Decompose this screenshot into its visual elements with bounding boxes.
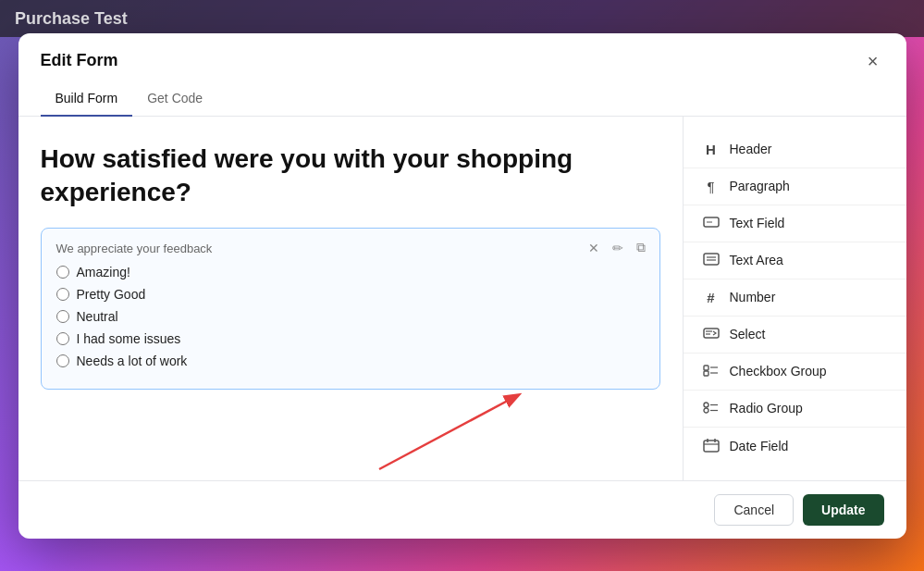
toolbar-item-header[interactable]: H Header	[684, 131, 906, 168]
svg-line-1	[379, 395, 518, 469]
arrow-pointer	[370, 377, 536, 480]
form-heading: How satisfied were you with your shoppin…	[41, 143, 660, 210]
svg-rect-12	[704, 371, 708, 376]
toolbar-item-number[interactable]: # Number	[684, 279, 906, 317]
radio-option-4: I had some issues	[56, 331, 645, 346]
update-button[interactable]: Update	[803, 494, 883, 526]
modal-body: How satisfied were you with your shoppin…	[18, 117, 906, 480]
toolbar-item-label-select: Select	[730, 327, 766, 341]
radio-input-1[interactable]	[56, 266, 69, 279]
close-button[interactable]: ×	[862, 50, 884, 72]
radio-input-3[interactable]	[56, 310, 69, 323]
modal-overlay: Edit Form × Build Form Get Code How sati…	[0, 0, 924, 571]
toolbar-item-select[interactable]: Select	[684, 317, 906, 354]
tabs-bar: Build Form Get Code	[18, 81, 906, 117]
toolbar-item-text-field[interactable]: Text Field	[684, 205, 906, 242]
toolbar-item-label-date-field: Date Field	[730, 439, 789, 453]
copy-button[interactable]: ⧉	[632, 238, 650, 257]
edit-button[interactable]: ✏	[608, 238, 628, 257]
delete-button[interactable]: ✕	[584, 238, 604, 257]
toolbar-item-text-area[interactable]: Text Area	[684, 242, 906, 279]
text-field-icon	[702, 216, 721, 231]
toolbar-item-label-checkbox-group: Checkbox Group	[730, 364, 827, 379]
svg-point-16	[704, 408, 708, 413]
form-area: How satisfied were you with your shoppin…	[18, 117, 683, 480]
modal-footer: Cancel Update	[18, 480, 906, 539]
select-icon	[702, 327, 721, 342]
svg-point-14	[704, 403, 708, 407]
radio-option-1: Amazing!	[56, 265, 645, 279]
toolbar-item-checkbox-group[interactable]: Checkbox Group	[684, 354, 906, 391]
radio-option-2: Pretty Good	[56, 287, 645, 302]
modal-title: Edit Form	[41, 51, 118, 70]
radio-group-icon	[702, 401, 721, 416]
svg-rect-10	[704, 366, 708, 370]
toolbar-item-label-paragraph: Paragraph	[730, 179, 790, 193]
paragraph-icon: ¶	[702, 179, 721, 194]
number-icon: #	[702, 290, 721, 305]
toolbar-item-date-field[interactable]: Date Field	[684, 428, 906, 465]
toolbar-item-radio-group[interactable]: Radio Group	[684, 391, 906, 428]
toolbar-item-label-radio-group: Radio Group	[730, 401, 803, 416]
svg-rect-18	[704, 441, 719, 452]
tab-get-code[interactable]: Get Code	[132, 81, 217, 117]
box-actions: ✕ ✏ ⧉	[584, 238, 650, 257]
radio-input-2[interactable]	[56, 288, 69, 301]
radio-input-5[interactable]	[56, 354, 69, 367]
radio-input-4[interactable]	[56, 332, 69, 345]
radio-group-box: ✕ ✏ ⧉ We appreciate your feedback Amazin…	[41, 228, 660, 390]
header-icon: H	[702, 142, 721, 157]
radio-option-5: Needs a lot of work	[56, 354, 645, 368]
toolbar: H Header ¶ Paragraph Text Field	[683, 117, 906, 480]
toolbar-item-label-text-area: Text Area	[730, 253, 783, 267]
toolbar-item-label-text-field: Text Field	[730, 216, 785, 230]
toolbar-item-label-header: Header	[730, 142, 772, 156]
checkbox-group-icon	[702, 364, 721, 379]
radio-option-3: Neutral	[56, 309, 645, 324]
svg-rect-4	[704, 254, 719, 265]
edit-form-modal: Edit Form × Build Form Get Code How sati…	[18, 33, 906, 539]
toolbar-item-paragraph[interactable]: ¶ Paragraph	[684, 168, 906, 205]
cancel-button[interactable]: Cancel	[714, 494, 794, 526]
radio-group-label: We appreciate your feedback	[56, 242, 645, 255]
modal-header: Edit Form ×	[18, 33, 906, 72]
text-area-icon	[702, 253, 721, 268]
tab-build-form[interactable]: Build Form	[41, 81, 133, 117]
date-field-icon	[702, 438, 721, 455]
toolbar-item-label-number: Number	[730, 290, 776, 304]
